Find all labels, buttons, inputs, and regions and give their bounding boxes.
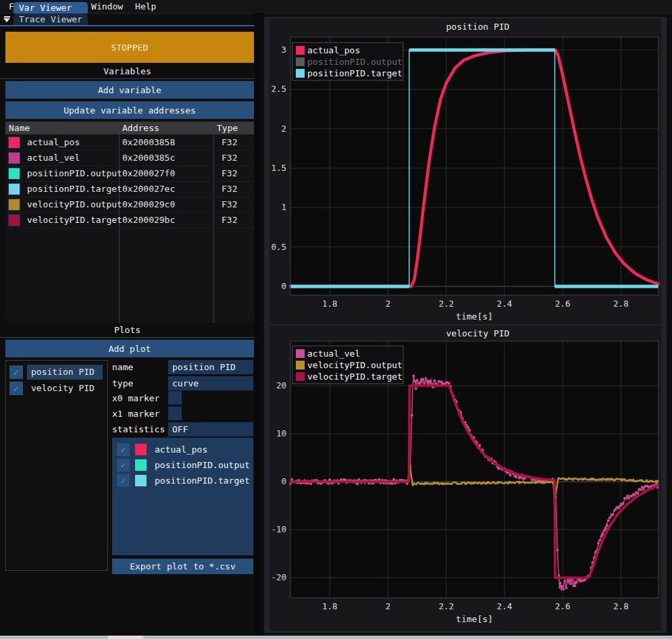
plot-name-input[interactable]: position PID (168, 360, 253, 374)
tab-var-viewer[interactable]: Var Viewer (14, 2, 88, 14)
series-name: positionPID.target (155, 476, 250, 486)
svg-text:-10: -10 (271, 524, 286, 534)
x1-marker-label: x1 marker (112, 409, 159, 419)
svg-text:0.5: 0.5 (271, 242, 286, 252)
table-header-row: NameAddressType (5, 122, 254, 134)
series-row[interactable]: ✓positionPID.target (117, 474, 250, 487)
table-row[interactable]: velocityPID.output0x200029c0F32 (5, 197, 254, 213)
variable-color-swatch[interactable] (8, 199, 20, 211)
plot-type-select[interactable]: curve (168, 376, 253, 390)
legend-entry-velocityPID.target[interactable]: velocityPID.target (296, 372, 403, 382)
legend-entry-positionPID.output[interactable]: positionPID.output (296, 57, 403, 67)
variable-color-swatch[interactable] (8, 183, 20, 195)
variable-type: F32 (217, 168, 237, 178)
x1-marker-checkbox[interactable] (168, 407, 182, 420)
legend-entry-positionPID.target[interactable]: positionPID.target (296, 68, 403, 78)
svg-text:2: 2 (281, 124, 286, 134)
column-header-name[interactable]: Name (5, 122, 119, 134)
acquisition-status-button[interactable]: STOPPED (5, 32, 254, 63)
collapse-bar-icon (4, 16, 10, 18)
add-plot-button[interactable]: Add plot (5, 340, 254, 357)
series-color-swatch[interactable] (135, 475, 147, 486)
table-row[interactable]: positionPID.output0x200027f0F32 (5, 165, 254, 182)
series-visible-checkbox[interactable]: ✓ (117, 443, 130, 456)
series-visible-checkbox[interactable]: ✓ (117, 474, 130, 487)
svg-text:-20: -20 (271, 572, 286, 582)
series-row[interactable]: ✓actual_pos (117, 442, 207, 456)
plot-list-item[interactable]: ✓position PID (9, 365, 103, 380)
table-row[interactable]: velocityPID.target0x200029bcF32 (5, 212, 254, 228)
variable-address: 0x200029bc (118, 215, 217, 225)
variable-type: F32 (217, 215, 237, 225)
variable-name: velocityPID.output (27, 199, 118, 209)
x0-marker-checkbox[interactable] (168, 391, 182, 405)
svg-text:20: 20 (276, 380, 286, 390)
triangle-down-icon (3, 18, 10, 22)
add-variable-button[interactable]: Add variable (5, 81, 254, 99)
update-variable-addresses-button[interactable]: Update variable addresses (5, 101, 254, 119)
statistics-toggle[interactable]: OFF (168, 422, 253, 436)
export-csv-button[interactable]: Export plot to *.csv (112, 559, 253, 574)
scrollbar-thumb[interactable] (108, 636, 143, 639)
panel-splitter[interactable] (255, 13, 264, 636)
column-header-type[interactable]: Type (213, 122, 254, 134)
menu-help[interactable]: Help (129, 1, 162, 12)
svg-text:1.5: 1.5 (271, 163, 286, 173)
svg-text:2.8: 2.8 (613, 601, 629, 611)
menu-bar: FileOptionsWindowHelp (0, 0, 672, 14)
svg-text:2.2: 2.2 (438, 601, 454, 611)
variable-color-swatch[interactable] (8, 136, 20, 149)
svg-text:positionPID.output: positionPID.output (307, 57, 403, 67)
position-pid-chart[interactable]: position PID00.511.522.531.822.22.42.62.… (269, 19, 661, 324)
table-row[interactable]: positionPID.target0x200027ecF32 (5, 181, 254, 197)
tab-trace-viewer[interactable]: Trace Viewer (14, 14, 88, 25)
variable-type: F32 (217, 184, 237, 194)
svg-text:2: 2 (386, 299, 391, 309)
variable-color-swatch[interactable] (8, 214, 20, 226)
svg-text:2.4: 2.4 (497, 299, 513, 309)
table-row[interactable]: actual_pos0x20003858F32 (5, 134, 254, 151)
legend-entry-velocityPID.output[interactable]: velocityPID.output (296, 360, 403, 370)
variable-type: F32 (217, 153, 237, 163)
svg-text:velocityPID.target: velocityPID.target (307, 372, 403, 382)
plot-name[interactable]: position PID (27, 365, 103, 380)
x-axis-label: time[s] (456, 311, 493, 322)
column-header-address[interactable]: Address (119, 122, 213, 134)
svg-text:0: 0 (281, 476, 286, 486)
bottom-scrollbar[interactable] (0, 636, 672, 639)
menu-window[interactable]: Window (85, 1, 129, 12)
series-name: positionPID.output (155, 460, 250, 470)
variable-color-swatch[interactable] (8, 152, 20, 164)
chart-title: position PID (446, 22, 510, 32)
svg-text:2.5: 2.5 (271, 84, 286, 94)
plot-list-item[interactable]: ✓velocity PID (9, 381, 103, 396)
velocity-pid-chart[interactable]: velocity PID-20-10010201.822.22.42.62.8t… (269, 326, 661, 631)
series-visible-checkbox[interactable]: ✓ (117, 459, 130, 471)
variable-address: 0x200027ec (118, 184, 217, 194)
legend[interactable]: actual_pospositionPID.outputpositionPID.… (292, 43, 403, 80)
svg-text:2.6: 2.6 (555, 299, 571, 309)
variable-name: positionPID.target (27, 184, 118, 194)
svg-text:1.8: 1.8 (322, 299, 338, 309)
plot-name[interactable]: velocity PID (27, 381, 103, 396)
separator (0, 337, 255, 338)
plot-visible-checkbox[interactable]: ✓ (9, 365, 23, 379)
plot-visible-checkbox[interactable]: ✓ (9, 382, 23, 395)
variable-color-swatch[interactable] (8, 168, 20, 180)
series-color-swatch[interactable] (135, 444, 147, 455)
table-row[interactable]: actual_vel0x2000385cF32 (5, 150, 254, 166)
series-row[interactable]: ✓positionPID.output (117, 458, 250, 471)
plot-name-label: name (112, 362, 133, 372)
position-pid-plot-area[interactable]: position PID00.511.522.531.822.22.42.62.… (269, 19, 661, 324)
variable-name: actual_vel (27, 153, 118, 163)
collapse-arrow-icon[interactable] (0, 14, 14, 25)
svg-text:10: 10 (276, 428, 286, 438)
plot-list: ✓position PID✓velocity PID (5, 360, 108, 571)
variable-type: F32 (217, 137, 237, 147)
velocity-pid-plot-area[interactable]: velocity PID-20-10010201.822.22.42.62.8t… (269, 326, 661, 631)
series-color-swatch[interactable] (135, 459, 147, 471)
legend[interactable]: actual_velvelocityPID.outputvelocityPID.… (292, 346, 403, 384)
variable-address: 0x200029c0 (118, 199, 217, 209)
tab-bar: Var ViewerTrace Viewer (0, 14, 261, 26)
svg-text:2.4: 2.4 (497, 601, 513, 611)
